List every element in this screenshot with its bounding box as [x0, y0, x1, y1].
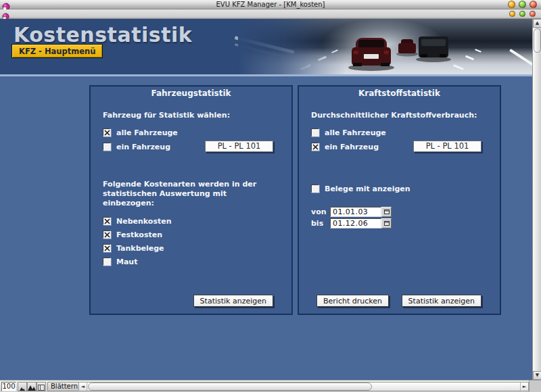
check-x-icon [103, 245, 112, 253]
scroll-up-icon[interactable]: ▲ [533, 19, 541, 28]
check-x-icon [103, 129, 112, 137]
document-icon[interactable] [2, 10, 10, 18]
main-menu-button[interactable]: KFZ - Hauptmenü [11, 44, 103, 58]
scroll-down-icon[interactable]: ▼ [533, 371, 541, 380]
checkbox-label: ein Fahrzeug [116, 143, 170, 151]
status-area-toggle-button[interactable] [37, 382, 46, 391]
horizontal-scrollbar-thumb[interactable] [88, 383, 372, 391]
child-close-button[interactable] [530, 11, 536, 17]
date-from-input[interactable] [330, 207, 381, 217]
checkbox-ein-fahrzeug[interactable] [103, 143, 111, 151]
calendar-icon [384, 210, 390, 214]
vertical-scrollbar-thumb[interactable] [534, 28, 541, 53]
zoom-in-icon [28, 384, 36, 391]
zoom-out-button[interactable] [18, 382, 27, 391]
checkbox-label: alle Fahrzeuge [116, 128, 178, 137]
app-window: EVU KFZ Manager - [KM_kosten] [0, 0, 541, 392]
close-button[interactable] [530, 1, 537, 8]
consumption-label: Durchschnittlicher Kraftstoffverbrauch: [311, 111, 477, 120]
child-window-controls [509, 11, 536, 17]
checkbox-label: Maut [116, 258, 137, 266]
checkbox-nebenkosten[interactable] [103, 217, 111, 225]
checkbox-row: Maut [103, 257, 137, 266]
panel-title: Fahrzeugstatistik [91, 89, 291, 98]
checkbox-ein-fahrzeug-fuel[interactable] [311, 143, 319, 151]
scroll-left-icon[interactable]: ◄ [79, 383, 87, 391]
select-vehicle-label: Fahrzeug für Statistik wählen: [103, 111, 230, 120]
checkbox-label: Festkosten [116, 230, 162, 239]
checkbox-festkosten[interactable] [103, 230, 111, 239]
show-statistics-button[interactable]: Statistik anzeigen [193, 295, 273, 307]
show-statistics-button-fuel[interactable]: Statistik anzeigen [402, 295, 481, 307]
resize-corner[interactable] [529, 381, 541, 392]
child-window-bar [0, 9, 541, 19]
date-to-input[interactable] [330, 218, 381, 228]
checkbox-label: Belege mit anzeigen [325, 185, 410, 193]
vertical-scrollbar[interactable]: ▲ ▼ [532, 19, 541, 380]
checkbox-maut[interactable] [103, 258, 111, 266]
date-to-row: bis [311, 218, 392, 228]
photo-fade [238, 19, 346, 74]
kostenarten-label: Folgende Kostenarten werden in der stati… [103, 180, 279, 208]
date-to-calendar-button[interactable] [381, 218, 392, 228]
checkbox-row: alle Fahrzeuge [103, 128, 178, 137]
checkbox-label: Tankbelege [116, 244, 164, 253]
checkbox-row: Tankbelege [103, 243, 164, 253]
checkbox-label: alle Fahrzeuge [325, 128, 386, 137]
page-title: Kostenstatistik [14, 23, 192, 47]
checkbox-label: ein Fahrzeug [325, 143, 379, 151]
child-maximize-button[interactable] [519, 11, 525, 17]
calendar-icon [384, 221, 390, 226]
checkbox-label: Nebenkosten [116, 217, 172, 226]
minimize-button[interactable] [508, 1, 515, 8]
checkbox-row: Festkosten [103, 230, 162, 239]
fahrzeugstatistik-panel: Fahrzeugstatistik Fahrzeug für Statistik… [89, 85, 293, 315]
checkbox-row: Nebenkosten [103, 216, 172, 226]
date-from-row: von [311, 207, 392, 217]
window-title: EVU KFZ Manager - [KM_kosten] [0, 1, 541, 9]
check-x-icon [312, 143, 320, 151]
content-area: Fahrzeugstatistik Fahrzeug für Statistik… [0, 76, 541, 380]
zoom-level[interactable]: 100 [1, 382, 16, 391]
checkbox-belege-anzeigen[interactable] [311, 185, 319, 193]
date-from-calendar-button[interactable] [381, 207, 392, 217]
status-bar: 100 Blättern ▼ ◄ ► [0, 380, 541, 392]
check-x-icon [103, 231, 112, 239]
horizontal-scrollbar[interactable]: ◄ ► [78, 382, 529, 391]
scroll-right-icon[interactable]: ► [520, 383, 528, 391]
vehicle-select-fuel[interactable]: PL - PL 101 [413, 141, 481, 152]
mode-dropdown-value: Blättern [51, 383, 78, 390]
checkbox-alle-fahrzeuge[interactable] [103, 128, 111, 137]
date-from-label: von [311, 207, 330, 216]
highway-photo [238, 19, 541, 74]
maximize-button[interactable] [519, 1, 526, 8]
panel-title: Kraftstoffstatistik [299, 89, 500, 98]
checkbox-row: ein Fahrzeug [311, 142, 379, 151]
kraftstoffstatistik-panel: Kraftstoffstatistik Durchschnittlicher K… [298, 85, 501, 315]
child-minimize-button[interactable] [509, 11, 515, 17]
check-x-icon [103, 218, 112, 226]
checkbox-row: Belege mit anzeigen [311, 184, 410, 193]
date-to-label: bis [311, 219, 330, 228]
checkbox-tankbelege[interactable] [103, 244, 111, 252]
checkbox-row: alle Fahrzeuge [311, 128, 386, 137]
zoom-out-icon [19, 385, 26, 391]
checkbox-alle-fahrzeuge-fuel[interactable] [311, 128, 319, 137]
header-banner: Kostenstatistik KFZ - Hauptmenü [0, 19, 541, 74]
checkbox-row: ein Fahrzeug [103, 142, 170, 151]
vehicle-select[interactable]: PL - PL 101 [205, 141, 273, 152]
print-report-button[interactable]: Bericht drucken [316, 295, 389, 307]
window-controls [508, 1, 537, 8]
zoom-in-button[interactable] [27, 382, 37, 391]
status-toggle-icon [38, 385, 45, 391]
window-titlebar: EVU KFZ Manager - [KM_kosten] [0, 0, 541, 9]
